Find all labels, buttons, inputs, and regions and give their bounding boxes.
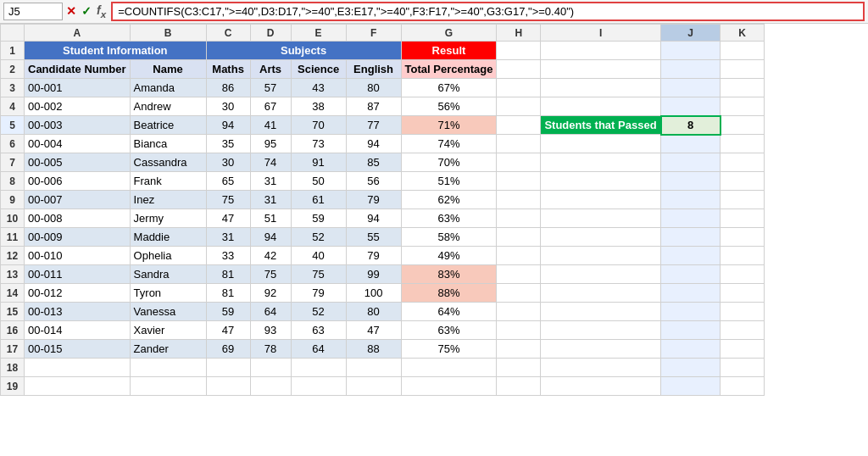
col-header-D[interactable]: D [250, 25, 291, 42]
cell-E19[interactable] [291, 377, 346, 396]
cell-J15[interactable] [661, 303, 721, 321]
cell-J18[interactable] [661, 359, 721, 377]
student-name-cell[interactable]: Frank [130, 172, 206, 191]
cell-I15[interactable] [541, 303, 661, 321]
science-cell[interactable]: 52 [291, 228, 346, 247]
cell-F18[interactable] [346, 359, 401, 377]
student-name-cell[interactable]: Ophelia [130, 247, 206, 265]
candidate-number-cell[interactable]: 00-015 [25, 340, 131, 359]
total-pct-cell[interactable]: 58% [401, 228, 497, 247]
cell-C19[interactable] [206, 377, 250, 396]
cell-I2[interactable] [541, 60, 661, 79]
science-cell[interactable]: 73 [291, 135, 346, 153]
cell-J3[interactable] [661, 79, 721, 97]
cell-K13[interactable] [721, 265, 765, 284]
cell-K6[interactable] [721, 135, 765, 153]
science-cell[interactable]: 52 [291, 303, 346, 321]
english-cell[interactable]: 94 [346, 209, 401, 228]
arts-cell[interactable]: 95 [250, 135, 291, 153]
cell-F19[interactable] [346, 377, 401, 396]
cell-H1[interactable] [497, 42, 541, 60]
english-cell[interactable]: 80 [346, 303, 401, 321]
total-pct-cell[interactable]: 64% [401, 303, 497, 321]
candidate-number-cell[interactable]: 00-004 [25, 135, 131, 153]
cell-I14[interactable] [541, 284, 661, 303]
col-header-C[interactable]: C [206, 25, 250, 42]
cell-I6[interactable] [541, 135, 661, 153]
cell-J17[interactable] [661, 340, 721, 359]
science-cell[interactable]: 75 [291, 265, 346, 284]
total-pct-cell[interactable]: 51% [401, 172, 497, 191]
col-header-A[interactable]: A [25, 25, 131, 42]
cell-J9[interactable] [661, 191, 721, 209]
english-cell[interactable]: 100 [346, 284, 401, 303]
cell-H15[interactable] [497, 303, 541, 321]
cell-I1[interactable] [541, 42, 661, 60]
student-name-cell[interactable]: Tyron [130, 284, 206, 303]
candidate-number-cell[interactable]: 00-009 [25, 228, 131, 247]
cell-J2[interactable] [661, 60, 721, 79]
candidate-number-cell[interactable]: 00-003 [25, 116, 131, 135]
science-cell[interactable]: 38 [291, 97, 346, 116]
cell-I11[interactable] [541, 228, 661, 247]
cell-K12[interactable] [721, 247, 765, 265]
candidate-number-cell[interactable]: 00-011 [25, 265, 131, 284]
cell-H10[interactable] [497, 209, 541, 228]
arts-cell[interactable]: 51 [250, 209, 291, 228]
maths-cell[interactable]: 33 [206, 247, 250, 265]
cell-I8[interactable] [541, 172, 661, 191]
arts-cell[interactable]: 67 [250, 97, 291, 116]
student-name-cell[interactable]: Andrew [130, 97, 206, 116]
cancel-icon[interactable]: ✕ [66, 4, 76, 18]
total-pct-cell[interactable]: 56% [401, 97, 497, 116]
cell-K11[interactable] [721, 228, 765, 247]
cell-G19[interactable] [401, 377, 497, 396]
maths-cell[interactable]: 30 [206, 97, 250, 116]
cell-reference-box[interactable] [3, 3, 63, 20]
english-cell[interactable]: 80 [346, 79, 401, 97]
candidate-number-cell[interactable]: 00-013 [25, 303, 131, 321]
cell-K5[interactable] [721, 116, 765, 135]
candidate-number-cell[interactable]: 00-005 [25, 153, 131, 172]
cell-K19[interactable] [721, 377, 765, 396]
arts-cell[interactable]: 64 [250, 303, 291, 321]
science-cell[interactable]: 64 [291, 340, 346, 359]
col-header-B[interactable]: B [130, 25, 206, 42]
cell-J10[interactable] [661, 209, 721, 228]
cell-I18[interactable] [541, 359, 661, 377]
science-cell[interactable]: 50 [291, 172, 346, 191]
cell-K2[interactable] [721, 60, 765, 79]
candidate-number-cell[interactable]: 00-010 [25, 247, 131, 265]
maths-cell[interactable]: 59 [206, 303, 250, 321]
arts-cell[interactable]: 78 [250, 340, 291, 359]
cell-K4[interactable] [721, 97, 765, 116]
english-cell[interactable]: 87 [346, 97, 401, 116]
cell-I13[interactable] [541, 265, 661, 284]
cell-J8[interactable] [661, 172, 721, 191]
candidate-number-cell[interactable]: 00-006 [25, 172, 131, 191]
cell-E18[interactable] [291, 359, 346, 377]
cell-K8[interactable] [721, 172, 765, 191]
cell-H7[interactable] [497, 153, 541, 172]
cell-H8[interactable] [497, 172, 541, 191]
english-cell[interactable]: 56 [346, 172, 401, 191]
cell-H19[interactable] [497, 377, 541, 396]
cell-H6[interactable] [497, 135, 541, 153]
cell-B19[interactable] [130, 377, 206, 396]
cell-A18[interactable] [25, 359, 131, 377]
english-cell[interactable]: 99 [346, 265, 401, 284]
col-header-I[interactable]: I [541, 25, 661, 42]
cell-H3[interactable] [497, 79, 541, 97]
student-name-cell[interactable]: Vanessa [130, 303, 206, 321]
cell-H17[interactable] [497, 340, 541, 359]
cell-J16[interactable] [661, 321, 721, 340]
maths-cell[interactable]: 65 [206, 172, 250, 191]
cell-H12[interactable] [497, 247, 541, 265]
total-pct-cell[interactable]: 74% [401, 135, 497, 153]
cell-H4[interactable] [497, 97, 541, 116]
total-pct-cell[interactable]: 83% [401, 265, 497, 284]
cell-I17[interactable] [541, 340, 661, 359]
cell-J4[interactable] [661, 97, 721, 116]
student-name-cell[interactable]: Beatrice [130, 116, 206, 135]
cell-B18[interactable] [130, 359, 206, 377]
